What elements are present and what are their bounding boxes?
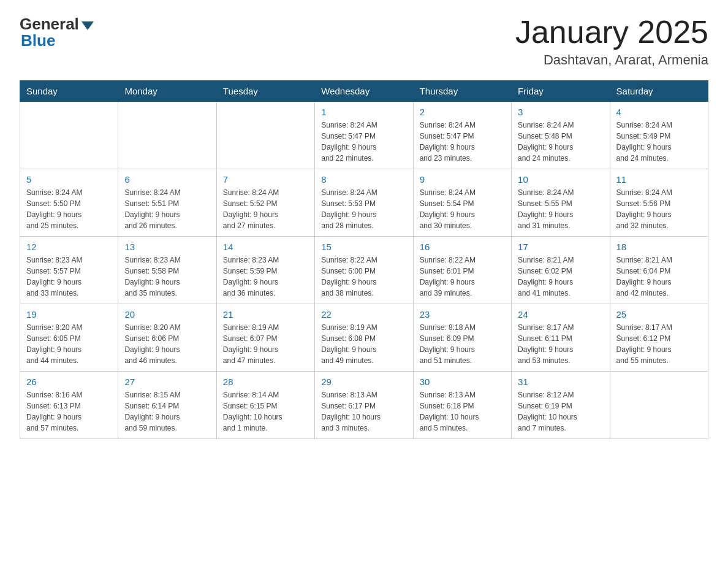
day-number: 10: [518, 174, 603, 185]
calendar-cell: 22Sunrise: 8:19 AM Sunset: 6:08 PM Dayli…: [315, 304, 413, 372]
calendar-cell: 29Sunrise: 8:13 AM Sunset: 6:17 PM Dayli…: [315, 372, 413, 439]
day-info: Sunrise: 8:20 AM Sunset: 6:05 PM Dayligh…: [26, 322, 112, 366]
calendar-cell: [216, 102, 314, 169]
calendar-cell: 10Sunrise: 8:24 AM Sunset: 5:55 PM Dayli…: [512, 169, 610, 237]
day-number: 2: [420, 107, 505, 117]
day-info: Sunrise: 8:24 AM Sunset: 5:47 PM Dayligh…: [420, 120, 505, 164]
header-cell-wednesday: Wednesday: [315, 81, 413, 102]
day-info: Sunrise: 8:24 AM Sunset: 5:54 PM Dayligh…: [420, 187, 505, 231]
calendar-subtitle: Dashtavan, Ararat, Armenia: [515, 52, 708, 68]
day-number: 28: [223, 377, 308, 387]
calendar-cell: 16Sunrise: 8:22 AM Sunset: 6:01 PM Dayli…: [413, 237, 511, 304]
calendar-cell: 8Sunrise: 8:24 AM Sunset: 5:53 PM Daylig…: [315, 169, 413, 237]
calendar-cell: 25Sunrise: 8:17 AM Sunset: 6:12 PM Dayli…: [610, 304, 708, 372]
day-info: Sunrise: 8:24 AM Sunset: 5:55 PM Dayligh…: [518, 187, 603, 231]
day-info: Sunrise: 8:24 AM Sunset: 5:52 PM Dayligh…: [223, 187, 308, 231]
day-number: 9: [420, 174, 505, 185]
day-number: 6: [124, 174, 210, 185]
calendar-cell: 15Sunrise: 8:22 AM Sunset: 6:00 PM Dayli…: [315, 237, 413, 304]
header-cell-tuesday: Tuesday: [216, 81, 314, 102]
day-info: Sunrise: 8:24 AM Sunset: 5:51 PM Dayligh…: [124, 187, 210, 231]
calendar-week-row: 1Sunrise: 8:24 AM Sunset: 5:47 PM Daylig…: [20, 102, 708, 169]
calendar-cell: 27Sunrise: 8:15 AM Sunset: 6:14 PM Dayli…: [118, 372, 216, 439]
header-cell-friday: Friday: [512, 81, 610, 102]
day-number: 3: [518, 107, 603, 117]
day-number: 15: [321, 242, 406, 252]
day-info: Sunrise: 8:15 AM Sunset: 6:14 PM Dayligh…: [124, 389, 210, 434]
calendar-week-row: 12Sunrise: 8:23 AM Sunset: 5:57 PM Dayli…: [20, 237, 708, 304]
day-number: 13: [124, 242, 210, 252]
day-info: Sunrise: 8:13 AM Sunset: 6:17 PM Dayligh…: [321, 389, 406, 434]
day-number: 8: [321, 174, 406, 185]
day-number: 7: [223, 174, 308, 185]
day-number: 14: [223, 242, 308, 252]
calendar-cell: 14Sunrise: 8:23 AM Sunset: 5:59 PM Dayli…: [216, 237, 314, 304]
logo-arrow-icon: [82, 21, 94, 30]
day-info: Sunrise: 8:23 AM Sunset: 5:58 PM Dayligh…: [124, 255, 210, 299]
header-cell-saturday: Saturday: [610, 81, 708, 102]
day-info: Sunrise: 8:22 AM Sunset: 6:00 PM Dayligh…: [321, 255, 406, 299]
day-number: 18: [616, 242, 702, 252]
day-number: 17: [518, 242, 603, 252]
day-info: Sunrise: 8:17 AM Sunset: 6:11 PM Dayligh…: [518, 322, 603, 366]
day-number: 16: [420, 242, 505, 252]
day-number: 21: [223, 309, 308, 320]
header-cell-sunday: Sunday: [20, 81, 118, 102]
day-number: 20: [124, 309, 210, 320]
day-info: Sunrise: 8:16 AM Sunset: 6:13 PM Dayligh…: [26, 389, 112, 434]
day-number: 12: [26, 242, 112, 252]
calendar-cell: 24Sunrise: 8:17 AM Sunset: 6:11 PM Dayli…: [512, 304, 610, 372]
calendar-cell: 3Sunrise: 8:24 AM Sunset: 5:48 PM Daylig…: [512, 102, 610, 169]
calendar-cell: [20, 102, 118, 169]
day-number: 4: [616, 107, 702, 117]
calendar-cell: 23Sunrise: 8:18 AM Sunset: 6:09 PM Dayli…: [413, 304, 511, 372]
calendar-table: SundayMondayTuesdayWednesdayThursdayFrid…: [20, 80, 708, 439]
calendar-cell: 21Sunrise: 8:19 AM Sunset: 6:07 PM Dayli…: [216, 304, 314, 372]
calendar-cell: [118, 102, 216, 169]
day-info: Sunrise: 8:21 AM Sunset: 6:02 PM Dayligh…: [518, 255, 603, 299]
calendar-cell: 12Sunrise: 8:23 AM Sunset: 5:57 PM Dayli…: [20, 237, 118, 304]
calendar-cell: 1Sunrise: 8:24 AM Sunset: 5:47 PM Daylig…: [315, 102, 413, 169]
title-section: January 2025 Dashtavan, Ararat, Armenia: [515, 15, 708, 68]
day-info: Sunrise: 8:12 AM Sunset: 6:19 PM Dayligh…: [518, 389, 603, 434]
calendar-cell: 26Sunrise: 8:16 AM Sunset: 6:13 PM Dayli…: [20, 372, 118, 439]
day-info: Sunrise: 8:24 AM Sunset: 5:48 PM Dayligh…: [518, 120, 603, 164]
day-number: 29: [321, 377, 406, 387]
day-info: Sunrise: 8:23 AM Sunset: 5:59 PM Dayligh…: [223, 255, 308, 299]
calendar-cell: 28Sunrise: 8:14 AM Sunset: 6:15 PM Dayli…: [216, 372, 314, 439]
calendar-cell: 7Sunrise: 8:24 AM Sunset: 5:52 PM Daylig…: [216, 169, 314, 237]
day-info: Sunrise: 8:24 AM Sunset: 5:56 PM Dayligh…: [616, 187, 702, 231]
calendar-week-row: 5Sunrise: 8:24 AM Sunset: 5:50 PM Daylig…: [20, 169, 708, 237]
calendar-cell: 11Sunrise: 8:24 AM Sunset: 5:56 PM Dayli…: [610, 169, 708, 237]
calendar-title: January 2025: [515, 15, 708, 50]
day-info: Sunrise: 8:19 AM Sunset: 6:07 PM Dayligh…: [223, 322, 308, 366]
calendar-cell: 17Sunrise: 8:21 AM Sunset: 6:02 PM Dayli…: [512, 237, 610, 304]
day-info: Sunrise: 8:17 AM Sunset: 6:12 PM Dayligh…: [616, 322, 702, 366]
calendar-cell: 18Sunrise: 8:21 AM Sunset: 6:04 PM Dayli…: [610, 237, 708, 304]
header-cell-monday: Monday: [118, 81, 216, 102]
day-info: Sunrise: 8:24 AM Sunset: 5:47 PM Dayligh…: [321, 120, 406, 164]
calendar-cell: 2Sunrise: 8:24 AM Sunset: 5:47 PM Daylig…: [413, 102, 511, 169]
calendar-cell: 9Sunrise: 8:24 AM Sunset: 5:54 PM Daylig…: [413, 169, 511, 237]
day-info: Sunrise: 8:24 AM Sunset: 5:49 PM Dayligh…: [616, 120, 702, 164]
calendar-cell: 30Sunrise: 8:13 AM Sunset: 6:18 PM Dayli…: [413, 372, 511, 439]
header-cell-thursday: Thursday: [413, 81, 511, 102]
day-info: Sunrise: 8:13 AM Sunset: 6:18 PM Dayligh…: [420, 389, 505, 434]
calendar-week-row: 26Sunrise: 8:16 AM Sunset: 6:13 PM Dayli…: [20, 372, 708, 439]
calendar-cell: 5Sunrise: 8:24 AM Sunset: 5:50 PM Daylig…: [20, 169, 118, 237]
logo-blue-text: Blue: [21, 31, 55, 50]
day-number: 24: [518, 309, 603, 320]
day-info: Sunrise: 8:18 AM Sunset: 6:09 PM Dayligh…: [420, 322, 505, 366]
day-number: 11: [616, 174, 702, 185]
calendar-cell: 6Sunrise: 8:24 AM Sunset: 5:51 PM Daylig…: [118, 169, 216, 237]
logo: General Blue: [20, 15, 94, 50]
day-number: 22: [321, 309, 406, 320]
day-number: 25: [616, 309, 702, 320]
calendar-cell: 13Sunrise: 8:23 AM Sunset: 5:58 PM Dayli…: [118, 237, 216, 304]
calendar-cell: 19Sunrise: 8:20 AM Sunset: 6:05 PM Dayli…: [20, 304, 118, 372]
page-header: General Blue January 2025 Dashtavan, Ara…: [20, 15, 708, 68]
calendar-cell: [610, 372, 708, 439]
calendar-cell: 4Sunrise: 8:24 AM Sunset: 5:49 PM Daylig…: [610, 102, 708, 169]
day-number: 23: [420, 309, 505, 320]
calendar-week-row: 19Sunrise: 8:20 AM Sunset: 6:05 PM Dayli…: [20, 304, 708, 372]
